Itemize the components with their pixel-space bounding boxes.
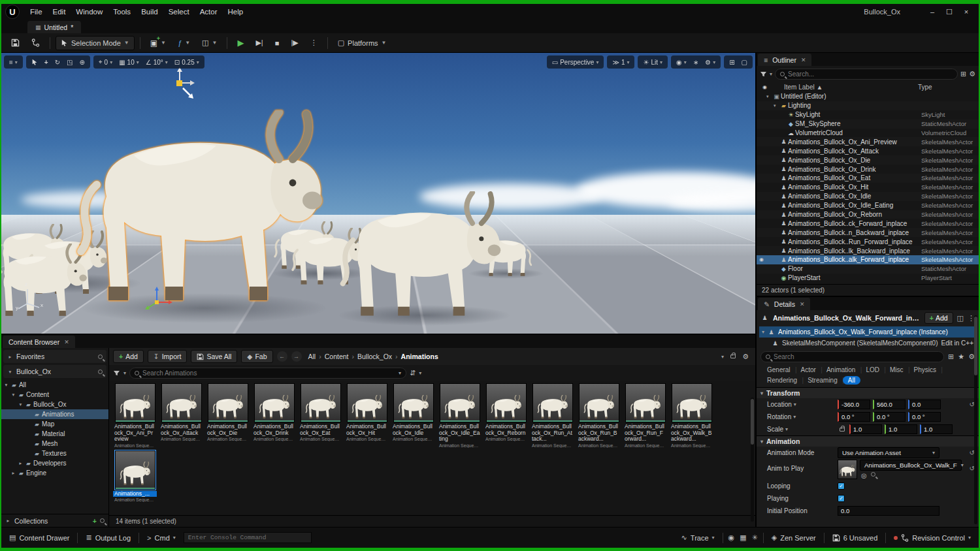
expander-arrow[interactable]: ▾ [10,392,16,398]
expander-arrow[interactable]: ▾ [18,401,24,407]
browse-to-asset-icon[interactable] [871,472,875,477]
menu-item[interactable]: Build [136,6,163,18]
fan-icon[interactable]: ✳ [752,533,758,542]
outliner-row[interactable]: Animations_Bullock..Run_Forward_inplace … [757,237,979,246]
location-x-field[interactable]: -360.0 [838,400,870,409]
maximize-button[interactable]: ☐ [941,8,958,16]
import-button[interactable]: ↧Import [148,350,188,363]
outliner-row[interactable]: VolumetricCloud VolumetricCloud [757,129,979,138]
menu-item[interactable]: Tools [108,6,136,18]
asset-tile[interactable]: Animations_... Animation Sequence [113,450,157,503]
asset-tile[interactable]: Animations_Bullock_Ox_Walk_Backward... A… [670,383,713,448]
chevron-down-icon[interactable]: ▾ [419,370,421,376]
asset-tile[interactable]: Animations_Bullock_Ox_Ani_Preview Animat… [113,383,157,448]
chevron-down-icon[interactable]: ▾ [770,71,772,77]
menu-item[interactable]: File [25,6,48,18]
close-button[interactable]: × [958,8,975,16]
asset-thumbnail[interactable] [486,383,527,422]
asset-tile[interactable]: Animations_Bullock_Ox_Die Animation Sequ… [206,383,250,448]
asset-thumbnail[interactable] [208,383,248,422]
details-filter-tab[interactable]: Rendering [762,376,802,385]
details-filter-tab[interactable]: General [762,366,796,374]
details-search-input[interactable] [774,353,939,360]
screenshot-icon[interactable]: ▦ [740,533,746,542]
favorites-star-icon[interactable]: ★ [958,353,964,361]
expander-arrow[interactable]: ▾ [774,103,779,108]
editor-mode-dropdown[interactable]: Selection Mode▼ [56,36,135,50]
add-button[interactable]: +Add [113,350,144,363]
folder-tree-item[interactable]: ▾ ▰ Bullock_Ox [1,400,108,409]
folder-tree-item[interactable]: ▾ ▰ Content [1,390,108,400]
expander-arrow[interactable]: ▾ [7,369,13,375]
asset-thumbnail[interactable] [532,383,573,422]
forward-arrow-icon[interactable]: → [291,351,302,362]
minimize-button[interactable]: – [924,8,941,16]
asset-thumbnail[interactable] [672,383,712,422]
details-filter-tab[interactable]: LOD [860,366,885,374]
asset-tile[interactable]: Animations_Bullock_Ox_Hit Animation Sequ… [345,383,389,448]
folder-tree-item[interactable]: ▰ Animations [1,409,108,419]
rotation-y-field[interactable]: 0.0 ° [873,412,906,422]
folder-tree-item[interactable]: ▰ Mesh [1,439,108,449]
content-browser-tab[interactable]: Content Browser✕ [3,336,75,348]
collections-section[interactable]: ▸ Collections + [1,514,108,527]
outliner-search-box[interactable] [775,69,958,80]
expander-arrow[interactable]: ▾ [3,382,9,388]
maximize-viewport-icon[interactable]: ▢ [739,55,750,69]
close-icon[interactable]: ✕ [801,57,806,63]
outliner-row[interactable]: SM_SkySphere StaticMeshActor [757,119,979,129]
screen-effects-icon[interactable]: ∗ [691,55,701,69]
outliner-row[interactable]: Animations_Bullock_Ox_Drink SkeletalMesh… [757,165,979,174]
view-mode-dropdown[interactable]: ☀Lit▾ [640,55,665,69]
outliner-row[interactable]: Animations_Bullock_Ox_Idle SkeletalMeshA… [757,192,979,201]
close-icon[interactable]: ✕ [800,301,805,307]
viewport-settings-gear-icon[interactable]: ⚙▾ [702,55,718,69]
asset-search-input[interactable] [142,370,395,377]
scale-snap-toggle[interactable]: ⊡0.25▾ [172,55,202,69]
platforms-dropdown[interactable]: ▢Platforms▼ [333,36,391,50]
asset-tile[interactable]: Animations_Bullock_Ox_Idle_Eating Animat… [438,383,482,448]
breadcrumb-item[interactable]: Content [325,353,354,360]
asset-thumbnail[interactable] [161,383,202,422]
expander-arrow[interactable]: ▸ [5,518,11,524]
details-tab[interactable]: ✎ Details✕ [758,298,810,310]
search-icon[interactable] [98,354,103,359]
console-command-input[interactable] [184,532,312,543]
cmd-dropdown[interactable]: >Cmd▾ [144,534,178,542]
unsaved-assets-button[interactable]: 6 Unsaved [830,534,881,542]
item-label-column[interactable]: Item Label ▲ [784,84,918,91]
camera-speed-dropdown[interactable]: ≫1▾ [610,55,632,69]
selected-ox-actor[interactable] [63,110,338,306]
anim-asset-dropdown[interactable]: Animations_Bullock_Ox_Walk_F▾ [860,460,962,471]
outliner-row[interactable]: Animations_Bullock_Ox_Ani_Preview Skelet… [757,137,979,146]
rotation-z-field[interactable]: 0.0 ° [908,412,941,422]
menu-item[interactable]: Select [163,6,195,18]
saved-search-chevron-icon[interactable]: ▾ [399,370,401,376]
asset-thumbnail[interactable] [347,383,387,422]
asset-tile[interactable]: Animations_Bullock_Ox_Idle Animation Seq… [391,383,435,448]
eject-button[interactable]: |▶ [286,36,302,50]
outliner-row[interactable]: Animations_Bullock_Ox_Eat SkeletalMeshAc… [757,174,979,183]
instance-row[interactable]: ▾ Animations_Bullock_Ox_Walk_Forward_inp… [759,326,976,338]
asset-search-box[interactable]: ▾ [129,368,406,379]
asset-tile[interactable]: Animations_Bullock_Ox_Run_Backward... An… [577,383,621,448]
trace-dropdown[interactable]: ∿Trace▾ [679,533,717,542]
back-arrow-icon[interactable]: ← [277,351,287,362]
asset-tile[interactable]: Animations_Bullock_Ox_Run_Forward... Ani… [623,383,667,448]
outliner-row[interactable]: Animations_Bullock..alk_Forward_inplace … [757,255,979,264]
video-capture-icon[interactable]: ◉ [728,533,735,542]
expander-arrow[interactable]: ▸ [7,354,13,360]
details-search-box[interactable] [760,351,944,362]
menu-item[interactable]: Edit [48,6,71,18]
breadcrumb-item[interactable]: Bullock_Ox [357,353,398,360]
revision-control-dropdown[interactable]: Revision Control▾ [891,534,973,542]
rotation-label[interactable]: Rotation▾ [767,413,835,420]
cinematics-icon[interactable]: ◫▼ [197,36,221,50]
asset-tile[interactable]: Animations_Bullock_Ox_Eat Animation Sequ… [299,383,342,448]
outliner-row[interactable]: Animations_Bullock_Ox_Die SkeletalMeshAc… [757,155,979,165]
outliner-row[interactable]: SkyLight SkyLight [757,110,979,119]
expander-arrow[interactable]: ▾ [762,329,764,335]
select-tool-icon[interactable] [29,55,41,69]
favorites-section[interactable]: ▸ Favorites [3,350,106,363]
world-space-icon[interactable]: ⊕ [77,55,88,69]
